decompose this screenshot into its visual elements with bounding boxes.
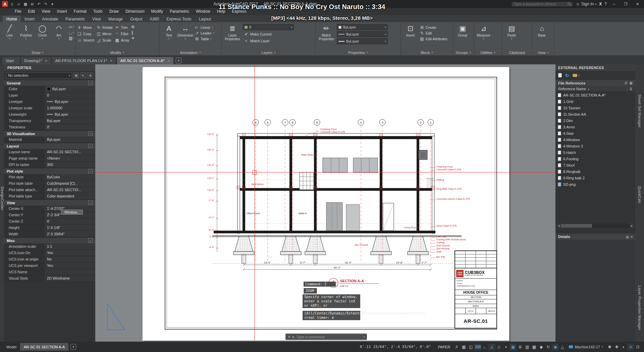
qat-button[interactable]: ↷ (42, 1, 49, 7)
match-properties-button[interactable]: ✏ Match Properties (317, 23, 335, 41)
status-icon[interactable]: ▦ (460, 344, 467, 350)
signin-button[interactable]: ☺Sign In▾ (576, 2, 597, 6)
modify-tool-button[interactable]: ◜Fillet (115, 32, 129, 36)
base-view-button[interactable]: ⌂ Base (534, 23, 550, 37)
layer-properties-button[interactable]: ≣ Layer Properties (223, 23, 241, 41)
tree-view-icon[interactable]: ▦ (630, 81, 633, 85)
block-small-button[interactable]: ⊞Create (420, 25, 447, 30)
draw-tool-button[interactable]: ╱Line▾ (2, 23, 17, 40)
ribbon-tab[interactable]: A360 (146, 16, 163, 22)
menu-item[interactable]: Parametric (166, 8, 193, 15)
status-icon[interactable]: ≣ (517, 344, 524, 350)
sheet-set-manager-tab[interactable]: Sheet Set Manager (638, 95, 642, 128)
draw-flyout-button[interactable]: ▭▾ (68, 24, 75, 29)
draw-tool-button[interactable]: ◯Circle▾ (35, 23, 50, 40)
command-input[interactable]: Type a command (296, 335, 324, 339)
draw-flyout-button[interactable]: ▨▾ (68, 36, 75, 41)
new-tab-button[interactable]: + (176, 58, 181, 63)
close-icon[interactable]: ✕ (288, 335, 290, 339)
new-layout-button[interactable]: + (70, 344, 76, 350)
modify-extra-button[interactable]: ⊗ (130, 24, 135, 29)
property-row[interactable]: Plot table attach...AR-SC.01 SECTIO... (4, 187, 95, 193)
xref-row[interactable]: 8.Ringbalk (555, 168, 635, 175)
annotation-small-button[interactable]: ⊢Linear▾ (195, 25, 214, 30)
menu-item[interactable]: Window (193, 8, 214, 15)
modify-tool-button[interactable]: ↻Rotate (96, 25, 113, 30)
ribbon-tab[interactable]: Output (126, 16, 146, 22)
modify-extra-button[interactable]: ✶ (130, 36, 135, 41)
file-tab[interactable]: AR-SC.01 SECTION A-A*✕ (117, 57, 174, 64)
insert-block-button[interactable]: ⊡ Insert (402, 23, 418, 37)
menu-item[interactable]: Edit (24, 8, 38, 15)
designcenter-strip[interactable]: DesignCenter (0, 64, 4, 342)
ribbon-tab[interactable]: Insert (21, 16, 38, 22)
collapse-icon[interactable]: − (88, 200, 93, 205)
status-icon[interactable]: ✚ (613, 344, 620, 350)
ribbon-tab[interactable]: View (89, 16, 105, 22)
layer-properties-manager-tab[interactable]: Layer Properties Manager (638, 286, 642, 330)
xref-row[interactable]: 5.Hatch (555, 149, 635, 156)
layout-tab[interactable]: AR-SC.01 SECTION A-A (20, 343, 68, 351)
qat-button[interactable]: ▱ (15, 1, 22, 7)
exchange-apps-icon[interactable]: X (599, 2, 602, 6)
menu-item[interactable]: Express (228, 8, 250, 15)
menu-item[interactable]: Insert (54, 8, 70, 15)
command-line[interactable]: ✕ ▸ Type a command ▾ (285, 334, 367, 340)
quickcalc-tab[interactable]: QuickCalc (638, 186, 642, 203)
autocad-logo-icon[interactable]: A (2, 1, 8, 7)
xref-row[interactable]: 3.Anno (555, 124, 635, 130)
layer-action-button[interactable]: ≈Match Layer (243, 38, 294, 44)
status-icon[interactable]: ⌖ (502, 344, 509, 350)
xref-row[interactable]: 2.Dim (555, 117, 635, 124)
xref-row[interactable]: 11.Section AA (555, 111, 635, 117)
group-button[interactable]: ▣ Group (455, 23, 471, 37)
collapse-icon[interactable]: − (88, 144, 93, 148)
panel-label-layers[interactable]: Layers▾ (222, 50, 315, 55)
menu-item[interactable]: View (38, 8, 54, 15)
file-tab[interactable]: AR-FP.01 FLOOR PLAN LV.1*✕ (52, 57, 116, 64)
xref-row[interactable]: 4.Windoor 2 (555, 143, 635, 149)
xref-row[interactable]: 10.Tasram (555, 105, 635, 111)
ribbon-tab[interactable]: Layout (195, 16, 215, 22)
scroll-left-icon[interactable]: ◂ (557, 224, 561, 228)
xref-row[interactable]: AR-SC.01 SECTION A-A* (555, 92, 635, 98)
select-objects-button[interactable]: ↖ (80, 72, 86, 78)
annotation-tool-button[interactable]: ↔Dimension▾ (177, 23, 193, 40)
paper-space-button[interactable]: PAPER (436, 345, 452, 349)
linetype-dropdown[interactable]: ByLayer▾ (337, 31, 388, 37)
machine-indicator[interactable]: Machine142-17 ▾ (567, 345, 605, 349)
property-row[interactable]: Page setup name<None> (4, 155, 95, 162)
status-icon[interactable]: ◐ (620, 344, 627, 350)
layout-tab[interactable]: Model (3, 343, 20, 351)
measure-button[interactable]: ⊿ Measure ▾ (476, 23, 491, 40)
help-icon[interactable]: ? (604, 2, 607, 6)
status-icon[interactable]: ◉ (552, 344, 559, 350)
details-collapse-icon[interactable]: ▾ (631, 235, 633, 239)
paste-button[interactable]: ▤ Paste ▾ (504, 23, 520, 40)
quick-select-button[interactable]: ✛ (87, 72, 93, 78)
status-column-header[interactable]: S (627, 87, 633, 91)
panel-label-draw[interactable]: Draw▾ (0, 50, 75, 55)
status-icon[interactable]: ▩ (531, 344, 538, 350)
modify-tool-button[interactable]: ▱Stretch (77, 38, 94, 43)
menu-item[interactable]: Dimension (122, 8, 148, 15)
drawing-area[interactable]: 9 8 7 6 5 4 3 2 1 (95, 64, 555, 342)
status-icon[interactable]: ◇ (495, 344, 502, 350)
panel-label-block[interactable]: Block▾ (401, 50, 453, 55)
modify-extra-button[interactable]: ∥ (130, 30, 135, 35)
property-row[interactable]: UCS icon at originNo (4, 256, 95, 262)
scroll-right-icon[interactable]: ▸ (630, 224, 634, 228)
attach-dwg-icon[interactable] (558, 73, 562, 77)
xref-row[interactable]: 4.Stair (555, 130, 635, 136)
search-icon[interactable] (568, 2, 571, 6)
section-header-misc[interactable]: Misc− (4, 237, 95, 243)
restore-button[interactable]: ❐ (621, 1, 630, 7)
annotation-small-button[interactable]: ↗Leader▾ (195, 31, 214, 36)
status-icon[interactable]: ⊡ (634, 344, 641, 350)
property-row[interactable]: Plot table typeColor dependent (4, 193, 95, 199)
qat-button[interactable]: ↶ (36, 1, 42, 7)
property-row[interactable]: Plot style tableCub3Imperial [C]... (4, 180, 95, 187)
horizontal-scrollbar[interactable]: ◂ ▸ (557, 224, 634, 228)
close-tab-icon[interactable]: ✕ (45, 59, 47, 63)
file-tab[interactable]: Drawing1*✕ (20, 57, 51, 64)
